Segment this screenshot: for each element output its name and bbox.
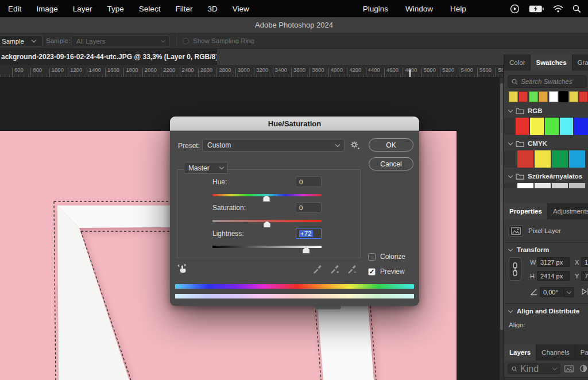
properties-tab-adjustments[interactable]: Adjustments: [548, 203, 588, 219]
lightness-value-field[interactable]: +72: [296, 228, 322, 239]
lightness-slider-thumb[interactable]: [303, 247, 310, 254]
menu-item-edit[interactable]: Edit: [8, 5, 21, 13]
canvas-scrollbar[interactable]: [500, 77, 504, 380]
swatch[interactable]: [517, 183, 533, 188]
preview-option[interactable]: Preview: [368, 267, 405, 276]
height-field[interactable]: 2414 px: [537, 271, 570, 281]
document-tab[interactable]: ackground-2023-09-16-02-24-44-utc.JPG @ …: [0, 49, 217, 65]
swatch[interactable]: [552, 183, 568, 188]
cancel-button[interactable]: Cancel: [369, 157, 413, 170]
menu-item-layer[interactable]: Layer: [73, 5, 92, 13]
gear-icon[interactable]: [350, 140, 360, 150]
angle-field[interactable]: 0,00°: [540, 287, 564, 297]
swatch[interactable]: [579, 91, 588, 102]
swatch[interactable]: [535, 183, 551, 188]
swatch[interactable]: [549, 91, 558, 102]
colorize-checkbox[interactable]: [368, 253, 376, 261]
swatches-tab-color[interactable]: Color: [504, 55, 531, 71]
menu-items-right: PluginsWindowHelp: [363, 5, 466, 13]
swatch[interactable]: [569, 183, 585, 188]
swatch-group-header[interactable]: Szürkeárnyalatos: [509, 173, 588, 180]
search-icon[interactable]: [572, 5, 581, 13]
swatch[interactable]: [530, 118, 544, 135]
properties-panel-tabs: PropertiesAdjustments: [504, 203, 588, 219]
swatch[interactable]: [519, 91, 528, 102]
swatch-search-box[interactable]: Search Swatches: [508, 75, 587, 88]
saturation-value-field[interactable]: 0: [296, 202, 322, 213]
dialog-title-bar[interactable]: Hue/Saturation: [170, 117, 419, 131]
properties-tab-properties[interactable]: Properties: [504, 203, 548, 219]
swatch[interactable]: [574, 118, 588, 135]
angle-dropdown[interactable]: [564, 287, 574, 297]
cancel-label: Cancel: [380, 160, 401, 168]
sampling-ring-checkbox[interactable]: [183, 38, 189, 44]
width-field[interactable]: 3127 px: [537, 257, 570, 267]
swatch-group-header[interactable]: CMYK: [509, 140, 588, 147]
show-sampling-ring-option[interactable]: Show Sampling Ring: [183, 37, 254, 44]
battery-icon[interactable]: [529, 5, 544, 13]
y-field[interactable]: 74: [581, 271, 588, 281]
swatch[interactable]: [516, 118, 529, 135]
image-filter-icon[interactable]: [564, 365, 574, 373]
swatch[interactable]: [535, 150, 551, 168]
layers-filter[interactable]: Kind: [508, 363, 560, 374]
ruler-tick-label: 4200: [349, 67, 361, 73]
swatch[interactable]: [517, 150, 533, 168]
transform-section-header[interactable]: Transform: [509, 246, 549, 253]
lightness-slider[interactable]: [212, 246, 322, 248]
ok-button[interactable]: OK: [369, 138, 413, 152]
swatch[interactable]: [569, 91, 578, 102]
properties-panel: PropertiesAdjustments Pixel Layer Transf…: [504, 203, 588, 344]
hue-value-field[interactable]: 0: [296, 176, 322, 187]
preset-dropdown[interactable]: Custom: [202, 139, 345, 152]
screen-record-icon[interactable]: [510, 4, 520, 14]
swatch[interactable]: [559, 91, 568, 102]
adjustment-filter-icon[interactable]: [579, 365, 587, 373]
menu-item-view[interactable]: View: [233, 5, 249, 13]
link-dimensions-button[interactable]: [509, 257, 521, 281]
menu-item-3d[interactable]: 3D: [207, 5, 217, 13]
saturation-slider-thumb[interactable]: [264, 221, 271, 228]
align-section-header[interactable]: Align and Distribute: [509, 308, 579, 315]
swatch[interactable]: [529, 91, 538, 102]
eyedropper-subtract-icon[interactable]: [347, 264, 357, 274]
layers-tab-layers[interactable]: Layers: [504, 344, 536, 360]
hue-slider[interactable]: [212, 194, 322, 196]
flip-icon[interactable]: [581, 288, 588, 296]
swatch[interactable]: [545, 118, 559, 135]
ruler-tick-label: 1600: [107, 67, 119, 73]
x-field[interactable]: 10: [581, 257, 588, 267]
eyedropper-add-icon[interactable]: [330, 264, 339, 274]
swatch[interactable]: [539, 91, 548, 102]
layers-tab-paths[interactable]: Paths: [575, 344, 588, 360]
horizontal-ruler[interactable]: 6008001000120014001600180020002200240026…: [0, 65, 503, 77]
sample-source-dropdown[interactable]: All Layers: [71, 35, 170, 47]
wifi-icon[interactable]: [553, 5, 563, 13]
layers-tab-channels[interactable]: Channels: [536, 344, 575, 360]
targeted-adjustment-hand-icon[interactable]: [177, 263, 188, 275]
menu-item-select[interactable]: Select: [139, 5, 161, 13]
menu-item-type[interactable]: Type: [107, 5, 124, 13]
swatch[interactable]: [509, 91, 518, 102]
swatch-group-header[interactable]: RGB: [509, 107, 588, 114]
preview-checkbox[interactable]: [368, 268, 376, 276]
saturation-slider[interactable]: [212, 220, 322, 222]
canvas-scrollbar-thumb[interactable]: [500, 83, 503, 330]
menu-item-plugins[interactable]: Plugins: [363, 5, 388, 13]
tool-preset-dropdown[interactable]: Sample: [0, 35, 42, 47]
hue-slider-thumb[interactable]: [263, 195, 270, 202]
menu-item-help[interactable]: Help: [450, 5, 466, 13]
eyedropper-icon[interactable]: [312, 264, 322, 274]
spectrum-bar-before: [175, 284, 414, 289]
colorize-option[interactable]: Colorize: [368, 253, 405, 261]
swatches-tab-gradients[interactable]: Gradients: [572, 55, 588, 71]
menu-item-window[interactable]: Window: [405, 5, 433, 13]
swatch[interactable]: [560, 118, 574, 135]
menu-item-image[interactable]: Image: [36, 5, 58, 13]
menu-bar: EditImageLayerTypeSelectFilter3DView Plu…: [0, 0, 588, 17]
swatch[interactable]: [552, 150, 568, 168]
channel-dropdown[interactable]: Master: [184, 162, 228, 174]
menu-item-filter[interactable]: Filter: [175, 5, 192, 13]
swatches-tab-swatches[interactable]: Swatches: [531, 55, 572, 71]
swatch[interactable]: [569, 150, 585, 168]
